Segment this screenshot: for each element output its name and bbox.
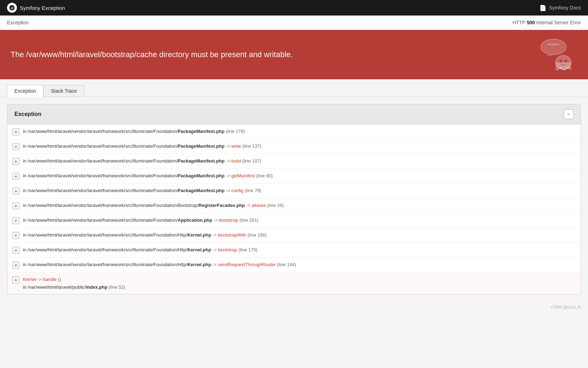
page-footer: CSDN @u1s3_fu	[0, 301, 588, 313]
expand-button[interactable]: +	[12, 232, 19, 239]
http-status: HTTP 500 Internal Server Error	[513, 20, 581, 25]
table-row: +Kernel -> handle ()in /var/www/html/lar…	[7, 272, 581, 294]
docs-icon: 📄	[539, 5, 546, 11]
symfony-logo: sf	[7, 3, 17, 13]
trace-text: in /var/www/html/laravel/vendor/laravel/…	[23, 143, 261, 150]
error-message: The /var/www/html/laravel/bootstrap/cach…	[11, 49, 293, 60]
expand-button[interactable]: +	[12, 143, 19, 150]
watermark: CSDN @u1s3_fu	[551, 305, 581, 309]
expand-button[interactable]: +	[12, 202, 19, 209]
table-row: +in /var/www/html/laravel/vendor/laravel…	[7, 169, 581, 184]
table-row: +in /var/www/html/laravel/vendor/laravel…	[7, 228, 581, 243]
tab-stack-trace[interactable]: Stack Trace	[43, 85, 84, 97]
table-row: +in /var/www/html/laravel/vendor/laravel…	[7, 243, 581, 258]
exception-panel-header: Exception −	[7, 104, 581, 124]
table-row: +in /var/www/html/laravel/vendor/laravel…	[7, 154, 581, 169]
top-bar-right[interactable]: 📄 Symfony Docs	[539, 5, 581, 11]
top-bar-left: sf Symfony Exception	[7, 3, 65, 13]
expand-button[interactable]: +	[12, 188, 19, 195]
trace-text: in /var/www/html/laravel/vendor/laravel/…	[23, 128, 245, 135]
exception-label: Exception	[7, 20, 29, 25]
exception-panel: Exception − +in /var/www/html/laravel/ve…	[7, 104, 581, 294]
svg-text:sf: sf	[11, 6, 14, 10]
trace-text: in /var/www/html/laravel/vendor/laravel/…	[23, 217, 259, 224]
svg-point-7	[559, 60, 562, 62]
tab-exception[interactable]: Exception	[7, 85, 43, 97]
trace-text: in /var/www/html/laravel/vendor/laravel/…	[23, 246, 258, 253]
trace-text: in /var/www/html/laravel/vendor/laravel/…	[23, 158, 261, 165]
status-code: 500	[527, 20, 535, 25]
expand-button[interactable]: +	[12, 247, 19, 254]
svg-text:Exception!: Exception!	[548, 43, 559, 46]
expand-button[interactable]: +	[12, 173, 19, 180]
tab-bar: Exception Stack Trace	[0, 79, 588, 97]
expand-button[interactable]: +	[12, 128, 19, 135]
exception-panel-title: Exception	[14, 111, 41, 117]
trace-text: in /var/www/html/laravel/vendor/laravel/…	[23, 187, 261, 194]
table-row: +in /var/www/html/laravel/vendor/laravel…	[7, 198, 581, 213]
table-row: +in /var/www/html/laravel/vendor/laravel…	[7, 213, 581, 228]
expand-button[interactable]: +	[12, 217, 19, 224]
trace-text: in /var/www/html/laravel/vendor/laravel/…	[23, 232, 267, 239]
trace-rows-container: +in /var/www/html/laravel/vendor/laravel…	[7, 124, 581, 294]
table-row: +in /var/www/html/laravel/vendor/laravel…	[7, 184, 581, 198]
expand-button[interactable]: +	[12, 158, 19, 165]
expand-button[interactable]: +	[12, 276, 19, 283]
collapse-button[interactable]: −	[564, 109, 574, 119]
svg-point-2	[541, 39, 566, 55]
docs-link[interactable]: Symfony Docs	[549, 5, 581, 11]
http-prefix: HTTP	[513, 20, 525, 25]
table-row: +in /var/www/html/laravel/vendor/laravel…	[7, 124, 581, 139]
table-row: +in /var/www/html/laravel/vendor/laravel…	[7, 139, 581, 154]
expand-button[interactable]: +	[12, 262, 19, 269]
trace-text: in /var/www/html/laravel/vendor/laravel/…	[23, 261, 296, 268]
app-title: Symfony Exception	[20, 5, 65, 11]
trace-text: Kernel -> handle ()in /var/www/html/lara…	[23, 276, 125, 290]
ghost-illustration: Exception!	[535, 37, 577, 72]
svg-point-8	[564, 60, 567, 62]
table-row: +in /var/www/html/laravel/vendor/laravel…	[7, 258, 581, 272]
main-content: Exception − +in /var/www/html/laravel/ve…	[0, 97, 588, 301]
top-bar: sf Symfony Exception 📄 Symfony Docs	[0, 0, 588, 16]
status-text: Internal Server Error	[536, 20, 581, 25]
sub-bar: Exception HTTP 500 Internal Server Error	[0, 16, 588, 30]
error-banner: The /var/www/html/laravel/bootstrap/cach…	[0, 30, 588, 79]
trace-text: in /var/www/html/laravel/vendor/laravel/…	[23, 172, 273, 179]
trace-text: in /var/www/html/laravel/vendor/laravel/…	[23, 202, 284, 209]
